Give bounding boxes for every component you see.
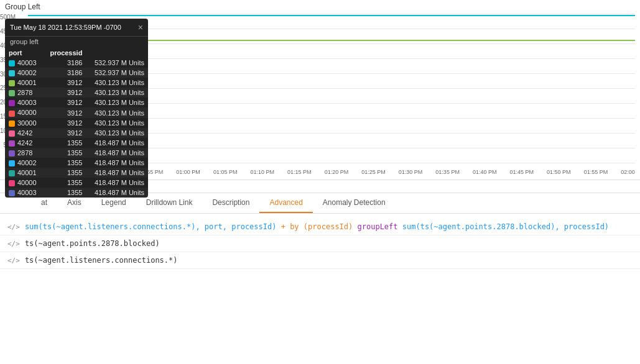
query-part: groupLeft bbox=[358, 222, 402, 231]
tooltip-panel: Tue May 18 2021 12:53:59PM -0700 × group… bbox=[5, 19, 148, 198]
tooltip-row: 40003 3186 532.937 M Units bbox=[5, 58, 148, 68]
tooltip-cell-value: 418.487 M Units bbox=[86, 138, 148, 148]
tooltip-cell-value: 430.123 M Units bbox=[86, 88, 148, 98]
x-axis-label: 02:00 bbox=[621, 169, 635, 175]
tooltip-datetime: Tue May 18 2021 12:53:59PM -0700 bbox=[10, 24, 121, 31]
query-text: ts(~agent.listeners.connections.*) bbox=[25, 256, 633, 265]
tooltip-cell-value: 430.123 M Units bbox=[86, 98, 148, 107]
query-part: + by (processId) bbox=[281, 222, 358, 231]
tooltip-row: 40003 3912 430.123 M Units bbox=[5, 98, 148, 107]
tooltip-cell-processid: 3912 bbox=[43, 88, 86, 98]
tooltip-cell-processid: 1355 bbox=[43, 158, 86, 168]
tooltip-cell-value: 418.487 M Units bbox=[86, 158, 148, 168]
query-part: ts(~agent.points.2878.blocked) bbox=[25, 239, 160, 248]
x-axis-label: 01:10 PM bbox=[250, 169, 274, 175]
x-axis-label: 01:50 PM bbox=[547, 169, 571, 175]
bottom-panel: across, 1 bucket - 20 sec (est) atAxisLe… bbox=[0, 180, 640, 364]
tooltip-cell-value: 418.487 M Units bbox=[86, 188, 148, 198]
tooltip-cell-port: 40002 bbox=[5, 68, 43, 78]
tooltip-cell-port: 2878 bbox=[5, 148, 43, 158]
tooltip-cell-port: 4242 bbox=[5, 128, 43, 138]
tab-description[interactable]: Description bbox=[202, 193, 259, 213]
tooltip-cell-processid: 1355 bbox=[43, 188, 86, 198]
tooltip-cell-value: 418.487 M Units bbox=[86, 178, 148, 188]
tooltip-cell-port: 4242 bbox=[5, 138, 43, 148]
query-text: sum(ts(~agent.listeners.connections.*), … bbox=[25, 222, 633, 231]
chart-line-cyan bbox=[28, 15, 635, 16]
tooltip-subtitle: group left bbox=[5, 37, 148, 48]
chart-title: Group Left bbox=[0, 0, 640, 14]
query-part: sum(ts(~agent.points.2878.blocked), proc… bbox=[402, 222, 609, 231]
tooltip-cell-processid: 3912 bbox=[43, 118, 86, 128]
query-icon: </> bbox=[7, 240, 20, 248]
query-part: ts(~agent.listeners.connections.*) bbox=[25, 256, 178, 265]
tooltip-cell-port: 30000 bbox=[5, 118, 43, 128]
tooltip-header: Tue May 18 2021 12:53:59PM -0700 × bbox=[5, 19, 148, 37]
tooltip-cell-processid: 3186 bbox=[43, 58, 86, 68]
tooltip-cell-port: 40001 bbox=[5, 168, 43, 178]
page-container: Group Left 500M450M400M350M300M250M200M1… bbox=[0, 0, 640, 364]
tab-advanced[interactable]: Advanced bbox=[259, 193, 312, 213]
tooltip-row: 40001 1355 418.487 M Units bbox=[5, 168, 148, 178]
tooltip-cell-port: 40000 bbox=[5, 178, 43, 188]
tooltip-cell-value: 430.123 M Units bbox=[86, 107, 148, 117]
tooltip-row: 40000 1355 418.487 M Units bbox=[5, 178, 148, 188]
tooltip-col-processid: processid bbox=[43, 48, 86, 58]
x-axis-label: 01:40 PM bbox=[473, 169, 497, 175]
tooltip-cell-port: 40002 bbox=[5, 158, 43, 168]
chart-area: Group Left 500M450M400M350M300M250M200M1… bbox=[0, 0, 640, 180]
x-axis-label: 01:00 PM bbox=[176, 169, 200, 175]
query-area: </>sum(ts(~agent.listeners.connections.*… bbox=[0, 214, 640, 364]
tooltip-close-button[interactable]: × bbox=[138, 22, 143, 32]
tab-anomaly-detection[interactable]: Anomaly Detection bbox=[313, 193, 396, 213]
tooltip-cell-port: 40003 bbox=[5, 188, 43, 198]
tooltip-row: 40002 1355 418.487 M Units bbox=[5, 158, 148, 168]
tooltip-row: 4242 3912 430.123 M Units bbox=[5, 128, 148, 138]
tooltip-table: port processid 40003 3186 532.937 M Unit… bbox=[5, 48, 148, 198]
x-axis-label: 01:05 PM bbox=[213, 169, 238, 175]
tooltip-cell-processid: 1355 bbox=[43, 148, 86, 158]
tooltip-row: 4242 1355 418.487 M Units bbox=[5, 138, 148, 148]
query-part: sum(ts(~agent.listeners.connections.*), … bbox=[25, 222, 281, 231]
tooltip-cell-value: 418.487 M Units bbox=[86, 168, 148, 178]
tooltip-row: 40003 1355 418.487 M Units bbox=[5, 188, 148, 198]
tooltip-row: 40000 3912 430.123 M Units bbox=[5, 107, 148, 117]
tooltip-cell-processid: 3912 bbox=[43, 98, 86, 107]
tooltip-cell-processid: 1355 bbox=[43, 138, 86, 148]
tooltip-col-value bbox=[86, 48, 148, 58]
x-axis-label: 01:55 PM bbox=[584, 169, 608, 175]
tooltip-cell-processid: 3912 bbox=[43, 78, 86, 88]
query-text: ts(~agent.points.2878.blocked) bbox=[25, 239, 633, 248]
tooltip-row: 40001 3912 430.123 M Units bbox=[5, 78, 148, 88]
x-axis-label: 01:15 PM bbox=[287, 169, 312, 175]
tooltip-cell-value: 430.123 M Units bbox=[86, 78, 148, 88]
tooltip-row: 40002 3186 532.937 M Units bbox=[5, 68, 148, 78]
tooltip-cell-processid: 1355 bbox=[43, 168, 86, 178]
tooltip-col-port: port bbox=[5, 48, 43, 58]
tooltip-cell-port: 2878 bbox=[5, 88, 43, 98]
tooltip-cell-value: 532.937 M Units bbox=[86, 68, 148, 78]
tooltip-row: 30000 3912 430.123 M Units bbox=[5, 118, 148, 128]
tooltip-cell-value: 418.487 M Units bbox=[86, 148, 148, 158]
grid-line bbox=[28, 14, 635, 14]
x-axis-label: 01:30 PM bbox=[399, 169, 423, 175]
tooltip-cell-processid: 1355 bbox=[43, 178, 86, 188]
x-axis-label: 01:35 PM bbox=[435, 169, 460, 175]
x-axis-label: 01:45 PM bbox=[510, 169, 534, 175]
query-row: </>ts(~agent.points.2878.blocked) bbox=[0, 235, 640, 252]
x-axis-label: 01:25 PM bbox=[361, 169, 386, 175]
tooltip-cell-value: 532.937 M Units bbox=[86, 58, 148, 68]
query-icon: </> bbox=[7, 223, 20, 231]
x-axis-label: 01:20 PM bbox=[325, 169, 349, 175]
tooltip-cell-value: 430.123 M Units bbox=[86, 118, 148, 128]
query-row: </>ts(~agent.listeners.connections.*) bbox=[0, 252, 640, 269]
tooltip-cell-processid: 3912 bbox=[43, 107, 86, 117]
tooltip-cell-port: 40003 bbox=[5, 98, 43, 107]
tooltip-cell-port: 40003 bbox=[5, 58, 43, 68]
tooltip-row: 2878 1355 418.487 M Units bbox=[5, 148, 148, 158]
tooltip-cell-port: 40001 bbox=[5, 78, 43, 88]
tooltip-row: 2878 3912 430.123 M Units bbox=[5, 88, 148, 98]
tooltip-cell-port: 40000 bbox=[5, 107, 43, 117]
query-icon: </> bbox=[7, 257, 20, 265]
tooltip-cell-processid: 3912 bbox=[43, 128, 86, 138]
